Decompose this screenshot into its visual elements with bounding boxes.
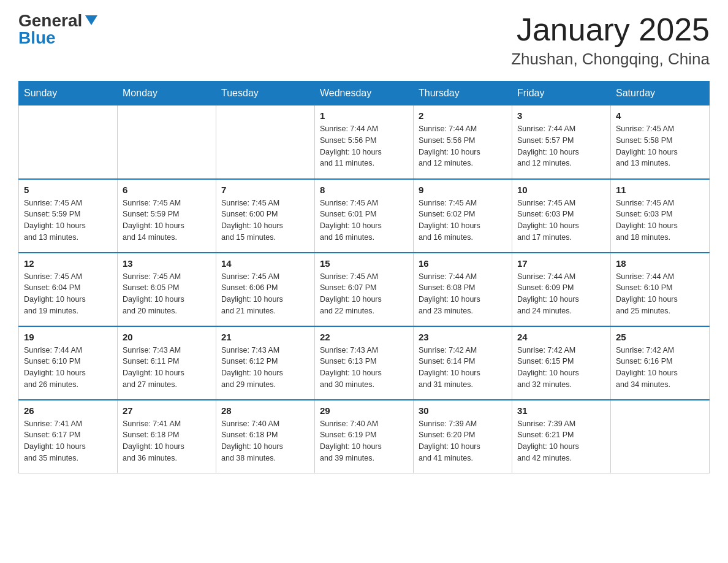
day-number: 24 — [517, 332, 605, 342]
calendar-day-cell: 15Sunrise: 7:45 AM Sunset: 6:07 PM Dayli… — [315, 253, 414, 326]
calendar-day-cell — [611, 400, 710, 473]
day-number: 7 — [221, 185, 309, 195]
day-info: Sunrise: 7:45 AM Sunset: 5:58 PM Dayligh… — [616, 123, 704, 169]
calendar-day-cell: 6Sunrise: 7:45 AM Sunset: 5:59 PM Daylig… — [118, 179, 216, 253]
calendar-day-cell: 30Sunrise: 7:39 AM Sunset: 6:20 PM Dayli… — [414, 400, 512, 473]
calendar-day-cell: 9Sunrise: 7:45 AM Sunset: 6:02 PM Daylig… — [414, 179, 512, 253]
calendar-day-cell: 26Sunrise: 7:41 AM Sunset: 6:17 PM Dayli… — [19, 400, 118, 473]
day-info: Sunrise: 7:42 AM Sunset: 6:14 PM Dayligh… — [419, 345, 507, 391]
calendar-day-cell: 12Sunrise: 7:45 AM Sunset: 6:04 PM Dayli… — [19, 253, 118, 326]
calendar-week-row: 1Sunrise: 7:44 AM Sunset: 5:56 PM Daylig… — [19, 105, 710, 179]
calendar-day-cell: 17Sunrise: 7:44 AM Sunset: 6:09 PM Dayli… — [512, 253, 611, 326]
day-info: Sunrise: 7:44 AM Sunset: 5:56 PM Dayligh… — [419, 123, 507, 169]
title-block: January 2025 Zhushan, Chongqing, China — [511, 12, 710, 69]
calendar-day-cell: 22Sunrise: 7:43 AM Sunset: 6:13 PM Dayli… — [315, 326, 414, 400]
calendar-week-row: 5Sunrise: 7:45 AM Sunset: 5:59 PM Daylig… — [19, 179, 710, 253]
calendar-day-cell: 4Sunrise: 7:45 AM Sunset: 5:58 PM Daylig… — [611, 105, 710, 179]
day-info: Sunrise: 7:44 AM Sunset: 6:08 PM Dayligh… — [419, 271, 507, 317]
day-info: Sunrise: 7:45 AM Sunset: 6:07 PM Dayligh… — [320, 271, 408, 317]
day-number: 21 — [221, 332, 309, 342]
day-info: Sunrise: 7:45 AM Sunset: 6:03 PM Dayligh… — [517, 197, 605, 243]
calendar-day-cell: 28Sunrise: 7:40 AM Sunset: 6:18 PM Dayli… — [216, 400, 315, 473]
calendar-day-cell: 31Sunrise: 7:39 AM Sunset: 6:21 PM Dayli… — [512, 400, 611, 473]
day-number: 4 — [616, 110, 704, 121]
calendar-day-cell: 10Sunrise: 7:45 AM Sunset: 6:03 PM Dayli… — [512, 179, 611, 253]
calendar-day-cell: 25Sunrise: 7:42 AM Sunset: 6:16 PM Dayli… — [611, 326, 710, 400]
logo-triangle-icon — [85, 15, 97, 25]
calendar-day-cell: 2Sunrise: 7:44 AM Sunset: 5:56 PM Daylig… — [414, 105, 512, 179]
day-number: 27 — [123, 405, 211, 416]
day-number: 15 — [320, 258, 408, 269]
calendar-day-cell: 3Sunrise: 7:44 AM Sunset: 5:57 PM Daylig… — [512, 105, 611, 179]
day-number: 13 — [123, 258, 211, 269]
calendar-week-row: 19Sunrise: 7:44 AM Sunset: 6:10 PM Dayli… — [19, 326, 710, 400]
calendar-day-cell: 16Sunrise: 7:44 AM Sunset: 6:08 PM Dayli… — [414, 253, 512, 326]
logo-blue-text: Blue — [18, 29, 56, 47]
day-number: 30 — [419, 405, 507, 416]
day-info: Sunrise: 7:45 AM Sunset: 6:06 PM Dayligh… — [221, 271, 309, 317]
calendar-day-cell: 27Sunrise: 7:41 AM Sunset: 6:18 PM Dayli… — [118, 400, 216, 473]
calendar-header-row: SundayMondayTuesdayWednesdayThursdayFrid… — [19, 82, 710, 105]
calendar-day-cell: 14Sunrise: 7:45 AM Sunset: 6:06 PM Dayli… — [216, 253, 315, 326]
day-number: 28 — [221, 405, 309, 416]
calendar-header-monday: Monday — [118, 82, 216, 105]
day-number: 14 — [221, 258, 309, 269]
calendar-day-cell — [118, 105, 216, 179]
location-subtitle: Zhushan, Chongqing, China — [511, 50, 710, 69]
day-info: Sunrise: 7:39 AM Sunset: 6:20 PM Dayligh… — [419, 418, 507, 464]
day-info: Sunrise: 7:43 AM Sunset: 6:11 PM Dayligh… — [123, 345, 211, 391]
day-info: Sunrise: 7:45 AM Sunset: 6:03 PM Dayligh… — [616, 197, 704, 243]
calendar-day-cell: 21Sunrise: 7:43 AM Sunset: 6:12 PM Dayli… — [216, 326, 315, 400]
day-info: Sunrise: 7:43 AM Sunset: 6:12 PM Dayligh… — [221, 345, 309, 391]
logo-general-text: General — [18, 12, 82, 29]
day-number: 3 — [517, 110, 605, 121]
day-number: 6 — [123, 185, 211, 195]
day-info: Sunrise: 7:44 AM Sunset: 5:57 PM Dayligh… — [517, 123, 605, 169]
calendar-week-row: 26Sunrise: 7:41 AM Sunset: 6:17 PM Dayli… — [19, 400, 710, 473]
day-number: 16 — [419, 258, 507, 269]
calendar-day-cell: 20Sunrise: 7:43 AM Sunset: 6:11 PM Dayli… — [118, 326, 216, 400]
calendar-table: SundayMondayTuesdayWednesdayThursdayFrid… — [18, 81, 710, 473]
day-number: 5 — [24, 185, 112, 195]
day-number: 9 — [419, 185, 507, 195]
day-info: Sunrise: 7:45 AM Sunset: 5:59 PM Dayligh… — [24, 197, 112, 243]
calendar-day-cell: 5Sunrise: 7:45 AM Sunset: 5:59 PM Daylig… — [19, 179, 118, 253]
day-info: Sunrise: 7:45 AM Sunset: 6:00 PM Dayligh… — [221, 197, 309, 243]
calendar-day-cell: 13Sunrise: 7:45 AM Sunset: 6:05 PM Dayli… — [118, 253, 216, 326]
logo: General Blue — [18, 12, 97, 47]
day-info: Sunrise: 7:45 AM Sunset: 6:05 PM Dayligh… — [123, 271, 211, 317]
day-info: Sunrise: 7:44 AM Sunset: 6:10 PM Dayligh… — [24, 345, 112, 391]
calendar-day-cell: 18Sunrise: 7:44 AM Sunset: 6:10 PM Dayli… — [611, 253, 710, 326]
day-info: Sunrise: 7:41 AM Sunset: 6:17 PM Dayligh… — [24, 418, 112, 464]
calendar-day-cell: 24Sunrise: 7:42 AM Sunset: 6:15 PM Dayli… — [512, 326, 611, 400]
day-number: 26 — [24, 405, 112, 416]
day-number: 22 — [320, 332, 408, 342]
calendar-header-saturday: Saturday — [611, 82, 710, 105]
calendar-day-cell: 11Sunrise: 7:45 AM Sunset: 6:03 PM Dayli… — [611, 179, 710, 253]
day-number: 8 — [320, 185, 408, 195]
day-number: 19 — [24, 332, 112, 342]
day-info: Sunrise: 7:39 AM Sunset: 6:21 PM Dayligh… — [517, 418, 605, 464]
calendar-week-row: 12Sunrise: 7:45 AM Sunset: 6:04 PM Dayli… — [19, 253, 710, 326]
day-number: 2 — [419, 110, 507, 121]
calendar-header-sunday: Sunday — [19, 82, 118, 105]
calendar-header-friday: Friday — [512, 82, 611, 105]
day-info: Sunrise: 7:44 AM Sunset: 5:56 PM Dayligh… — [320, 123, 408, 169]
day-info: Sunrise: 7:43 AM Sunset: 6:13 PM Dayligh… — [320, 345, 408, 391]
calendar-day-cell: 19Sunrise: 7:44 AM Sunset: 6:10 PM Dayli… — [19, 326, 118, 400]
calendar-header-wednesday: Wednesday — [315, 82, 414, 105]
day-number: 31 — [517, 405, 605, 416]
day-info: Sunrise: 7:41 AM Sunset: 6:18 PM Dayligh… — [123, 418, 211, 464]
day-info: Sunrise: 7:45 AM Sunset: 6:02 PM Dayligh… — [419, 197, 507, 243]
calendar-day-cell: 8Sunrise: 7:45 AM Sunset: 6:01 PM Daylig… — [315, 179, 414, 253]
day-number: 29 — [320, 405, 408, 416]
day-info: Sunrise: 7:44 AM Sunset: 6:09 PM Dayligh… — [517, 271, 605, 317]
month-year-title: January 2025 — [511, 12, 710, 47]
day-number: 1 — [320, 110, 408, 121]
day-info: Sunrise: 7:40 AM Sunset: 6:18 PM Dayligh… — [221, 418, 309, 464]
day-number: 25 — [616, 332, 704, 342]
calendar-day-cell — [19, 105, 118, 179]
day-info: Sunrise: 7:42 AM Sunset: 6:16 PM Dayligh… — [616, 345, 704, 391]
day-info: Sunrise: 7:40 AM Sunset: 6:19 PM Dayligh… — [320, 418, 408, 464]
day-number: 17 — [517, 258, 605, 269]
